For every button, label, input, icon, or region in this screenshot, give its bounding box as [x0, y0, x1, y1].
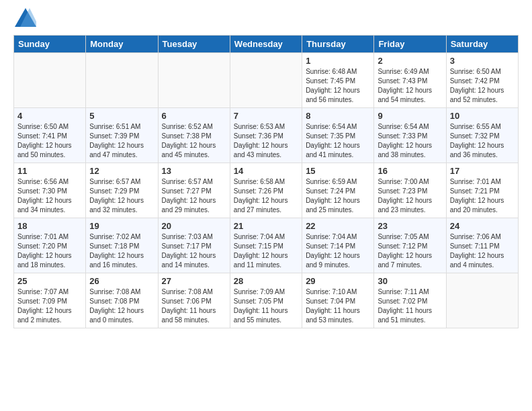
column-header-saturday: Saturday: [446, 36, 518, 53]
calendar-table: SundayMondayTuesdayWednesdayThursdayFrid…: [13, 35, 519, 328]
calendar-cell: 11Sunrise: 6:56 AMSunset: 7:30 PMDayligh…: [14, 163, 86, 218]
calendar-cell: 29Sunrise: 7:10 AMSunset: 7:04 PMDayligh…: [302, 273, 374, 328]
column-header-sunday: Sunday: [14, 36, 86, 53]
calendar-cell: 30Sunrise: 7:11 AMSunset: 7:02 PMDayligh…: [374, 273, 446, 328]
calendar-cell: [446, 273, 518, 328]
day-info: Sunrise: 6:54 AMSunset: 7:33 PMDaylight:…: [378, 123, 432, 158]
calendar-cell: [230, 53, 302, 108]
calendar-cell: 20Sunrise: 7:03 AMSunset: 7:17 PMDayligh…: [158, 218, 230, 273]
column-header-monday: Monday: [86, 36, 158, 53]
day-info: Sunrise: 6:57 AMSunset: 7:27 PMDaylight:…: [162, 178, 216, 214]
day-info: Sunrise: 6:56 AMSunset: 7:30 PMDaylight:…: [17, 178, 72, 214]
day-info: Sunrise: 6:52 AMSunset: 7:38 PMDaylight:…: [162, 123, 216, 158]
calendar-cell: 24Sunrise: 7:06 AMSunset: 7:11 PMDayligh…: [446, 218, 518, 273]
calendar-cell: [14, 53, 86, 108]
calendar-cell: 12Sunrise: 6:57 AMSunset: 7:29 PMDayligh…: [86, 163, 158, 218]
day-number: 13: [162, 166, 226, 176]
day-number: 21: [234, 221, 298, 231]
logo: [13, 13, 36, 28]
calendar-cell: [158, 53, 230, 108]
calendar-cell: 2Sunrise: 6:49 AMSunset: 7:43 PMDaylight…: [374, 53, 446, 108]
day-info: Sunrise: 6:51 AMSunset: 7:39 PMDaylight:…: [89, 123, 144, 158]
day-number: 19: [89, 221, 154, 231]
calendar-cell: 21Sunrise: 7:04 AMSunset: 7:15 PMDayligh…: [230, 218, 302, 273]
day-number: 5: [89, 111, 154, 121]
calendar-cell: 14Sunrise: 6:58 AMSunset: 7:26 PMDayligh…: [230, 163, 302, 218]
day-number: 30: [378, 276, 442, 286]
calendar-cell: 19Sunrise: 7:02 AMSunset: 7:18 PMDayligh…: [86, 218, 158, 273]
day-info: Sunrise: 7:06 AMSunset: 7:11 PMDaylight:…: [450, 233, 504, 269]
calendar-cell: 27Sunrise: 7:08 AMSunset: 7:06 PMDayligh…: [158, 273, 230, 328]
calendar-cell: 16Sunrise: 7:00 AMSunset: 7:23 PMDayligh…: [374, 163, 446, 218]
calendar-cell: 15Sunrise: 6:59 AMSunset: 7:24 PMDayligh…: [302, 163, 374, 218]
column-header-wednesday: Wednesday: [230, 36, 302, 53]
calendar-cell: 3Sunrise: 6:50 AMSunset: 7:42 PMDaylight…: [446, 53, 518, 108]
calendar-week-5: 25Sunrise: 7:07 AMSunset: 7:09 PMDayligh…: [14, 273, 519, 328]
day-info: Sunrise: 7:09 AMSunset: 7:05 PMDaylight:…: [234, 288, 288, 324]
day-info: Sunrise: 7:10 AMSunset: 7:04 PMDaylight:…: [306, 288, 360, 324]
day-number: 4: [17, 111, 82, 121]
calendar-cell: 1Sunrise: 6:48 AMSunset: 7:45 PMDaylight…: [302, 53, 374, 108]
logo-icon: [15, 8, 36, 28]
calendar-header-row: SundayMondayTuesdayWednesdayThursdayFrid…: [14, 36, 519, 53]
day-number: 20: [162, 221, 226, 231]
calendar-cell: 4Sunrise: 6:50 AMSunset: 7:41 PMDaylight…: [14, 108, 86, 163]
calendar-week-1: 1Sunrise: 6:48 AMSunset: 7:45 PMDaylight…: [14, 53, 519, 108]
day-number: 6: [162, 111, 226, 121]
day-number: 2: [378, 56, 442, 66]
day-number: 11: [17, 166, 82, 176]
day-number: 24: [450, 221, 515, 231]
day-info: Sunrise: 6:59 AMSunset: 7:24 PMDaylight:…: [306, 178, 360, 214]
calendar-cell: 6Sunrise: 6:52 AMSunset: 7:38 PMDaylight…: [158, 108, 230, 163]
day-number: 27: [162, 276, 226, 286]
day-info: Sunrise: 7:07 AMSunset: 7:09 PMDaylight:…: [17, 288, 72, 324]
day-number: 7: [234, 111, 298, 121]
day-info: Sunrise: 7:00 AMSunset: 7:23 PMDaylight:…: [378, 178, 432, 214]
day-info: Sunrise: 7:02 AMSunset: 7:18 PMDaylight:…: [89, 233, 144, 269]
day-info: Sunrise: 6:57 AMSunset: 7:29 PMDaylight:…: [89, 178, 144, 214]
day-info: Sunrise: 6:50 AMSunset: 7:42 PMDaylight:…: [450, 68, 504, 103]
calendar-week-3: 11Sunrise: 6:56 AMSunset: 7:30 PMDayligh…: [14, 163, 519, 218]
calendar-cell: 13Sunrise: 6:57 AMSunset: 7:27 PMDayligh…: [158, 163, 230, 218]
calendar-week-4: 18Sunrise: 7:01 AMSunset: 7:20 PMDayligh…: [14, 218, 519, 273]
day-info: Sunrise: 6:50 AMSunset: 7:41 PMDaylight:…: [17, 123, 72, 158]
day-number: 12: [89, 166, 154, 176]
day-info: Sunrise: 6:49 AMSunset: 7:43 PMDaylight:…: [378, 68, 432, 103]
column-header-thursday: Thursday: [302, 36, 374, 53]
day-number: 14: [234, 166, 298, 176]
day-number: 9: [378, 111, 442, 121]
calendar-cell: 8Sunrise: 6:54 AMSunset: 7:35 PMDaylight…: [302, 108, 374, 163]
day-number: 26: [89, 276, 154, 286]
column-header-tuesday: Tuesday: [158, 36, 230, 53]
day-info: Sunrise: 6:53 AMSunset: 7:36 PMDaylight:…: [234, 123, 288, 158]
column-header-friday: Friday: [374, 36, 446, 53]
day-info: Sunrise: 7:08 AMSunset: 7:06 PMDaylight:…: [162, 288, 216, 324]
calendar-cell: 26Sunrise: 7:08 AMSunset: 7:08 PMDayligh…: [86, 273, 158, 328]
calendar-cell: 22Sunrise: 7:04 AMSunset: 7:14 PMDayligh…: [302, 218, 374, 273]
day-number: 10: [450, 111, 515, 121]
calendar-week-2: 4Sunrise: 6:50 AMSunset: 7:41 PMDaylight…: [14, 108, 519, 163]
day-info: Sunrise: 7:01 AMSunset: 7:20 PMDaylight:…: [17, 233, 72, 269]
calendar-cell: 18Sunrise: 7:01 AMSunset: 7:20 PMDayligh…: [14, 218, 86, 273]
day-info: Sunrise: 7:03 AMSunset: 7:17 PMDaylight:…: [162, 233, 216, 269]
day-info: Sunrise: 7:04 AMSunset: 7:14 PMDaylight:…: [306, 233, 360, 269]
calendar-cell: 5Sunrise: 6:51 AMSunset: 7:39 PMDaylight…: [86, 108, 158, 163]
day-number: 28: [234, 276, 298, 286]
day-number: 29: [306, 276, 370, 286]
calendar-cell: [86, 53, 158, 108]
calendar-cell: 10Sunrise: 6:55 AMSunset: 7:32 PMDayligh…: [446, 108, 518, 163]
day-info: Sunrise: 7:08 AMSunset: 7:08 PMDaylight:…: [89, 288, 144, 324]
calendar-cell: 25Sunrise: 7:07 AMSunset: 7:09 PMDayligh…: [14, 273, 86, 328]
page: SundayMondayTuesdayWednesdayThursdayFrid…: [0, 0, 532, 335]
calendar-cell: 28Sunrise: 7:09 AMSunset: 7:05 PMDayligh…: [230, 273, 302, 328]
day-number: 22: [306, 221, 370, 231]
day-info: Sunrise: 7:11 AMSunset: 7:02 PMDaylight:…: [378, 288, 432, 324]
day-info: Sunrise: 6:58 AMSunset: 7:26 PMDaylight:…: [234, 178, 288, 214]
day-number: 8: [306, 111, 370, 121]
day-info: Sunrise: 7:04 AMSunset: 7:15 PMDaylight:…: [234, 233, 288, 269]
day-number: 3: [450, 56, 515, 66]
day-number: 17: [450, 166, 515, 176]
day-number: 25: [17, 276, 82, 286]
day-info: Sunrise: 6:48 AMSunset: 7:45 PMDaylight:…: [306, 68, 360, 103]
calendar-cell: 7Sunrise: 6:53 AMSunset: 7:36 PMDaylight…: [230, 108, 302, 163]
